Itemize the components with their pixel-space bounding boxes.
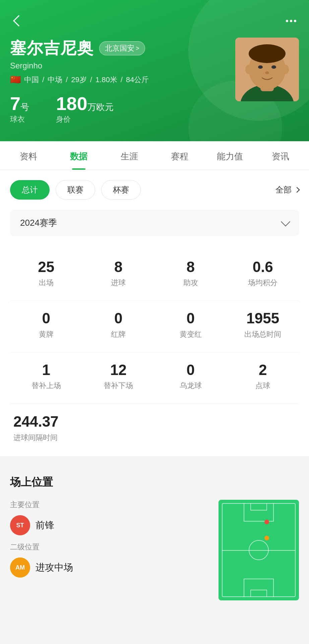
top-bar [10, 13, 299, 28]
flag-icon: 🇨🇳 [10, 74, 21, 85]
avatar-face [235, 38, 299, 101]
field-bottom-goal-box [250, 590, 267, 597]
back-button[interactable] [10, 13, 25, 28]
filter-all-button[interactable]: 全部 [275, 184, 299, 195]
position-section: 场上位置 主要位置 ST 前锋 二级位置 AM 进攻中场 [0, 463, 309, 614]
value-unit: 万欧元 [87, 102, 114, 112]
meta-separator: / [90, 75, 92, 84]
stat-assists: 8 助攻 [154, 250, 227, 297]
player-meta: 🇨🇳 中国 / 中场 / 29岁 / 1.80米 / 84公斤 [10, 74, 235, 85]
svg-point-4 [249, 44, 286, 63]
jersey-label: 球衣 [10, 114, 29, 124]
stat-appearances: 25 出场 [10, 250, 82, 297]
chevron-right-icon [294, 187, 300, 193]
st-badge: ST [10, 515, 30, 535]
tabs-container: 资料 数据 生涯 赛程 能力值 资讯 [0, 141, 309, 170]
svg-point-8 [245, 65, 252, 74]
stat-goals: 8 进球 [82, 250, 155, 297]
stat-goal-interval: 244.37 进球间隔时间 [10, 404, 299, 446]
dot-icon [294, 20, 296, 22]
stat-red-cards: 0 红牌 [82, 301, 155, 348]
svg-point-6 [271, 65, 276, 69]
jersey-unit: 号 [20, 102, 29, 112]
stats-row-2: 0 黄牌 0 红牌 0 黄变红 1955 出场总时间 [10, 301, 299, 348]
stat-sub-on: 1 替补上场 [10, 353, 82, 400]
chevron-down-icon [281, 217, 290, 226]
value-label: 身价 [56, 114, 113, 124]
tab-ziliao[interactable]: 资料 [3, 141, 54, 170]
content-area: 总计 联赛 杯赛 全部 2024赛季 25 出场 8 进球 8 助攻 [0, 170, 309, 456]
svg-point-5 [258, 65, 263, 69]
field-center-circle [249, 540, 269, 560]
player-weight: 84公斤 [126, 75, 149, 85]
value-stat: 180万欧元 身价 [56, 94, 113, 124]
tab-saicheng[interactable]: 赛程 [154, 141, 205, 170]
position-dot-primary [264, 520, 269, 524]
team-badge-arrow-icon: > [136, 45, 139, 52]
filter-zongji[interactable]: 总计 [10, 180, 50, 200]
tab-shengya[interactable]: 生涯 [104, 141, 154, 170]
meta-separator: / [121, 75, 123, 84]
player-latin-name: Serginho [10, 61, 235, 70]
player-info: 塞尔吉尼奥 北京国安 > Serginho 🇨🇳 中国 / 中场 / 29岁 /… [10, 38, 299, 124]
primary-position-label: 主要位置 [10, 500, 212, 510]
tab-shuju[interactable]: 数据 [54, 141, 104, 170]
position-left: 主要位置 ST 前锋 二级位置 AM 进攻中场 [10, 500, 212, 600]
secondary-position-label: 二级位置 [10, 542, 212, 552]
stat-yellow-cards: 0 黄牌 [10, 301, 82, 348]
tab-nenglizhi[interactable]: 能力值 [205, 141, 255, 170]
more-button[interactable] [283, 17, 299, 25]
filter-liansai[interactable]: 联赛 [56, 180, 95, 200]
player-left-info: 塞尔吉尼奥 北京国安 > Serginho 🇨🇳 中国 / 中场 / 29岁 /… [10, 38, 235, 124]
filter-row: 总计 联赛 杯赛 全部 [10, 180, 299, 200]
stat-yellow-to-red: 0 黄变红 [154, 301, 227, 348]
filter-beisai[interactable]: 杯赛 [101, 180, 141, 200]
primary-position-name: 前锋 [36, 519, 54, 532]
player-height: 1.80米 [96, 75, 117, 85]
tab-zixun[interactable]: 资讯 [255, 141, 306, 170]
primary-position-item: ST 前锋 [10, 515, 212, 535]
team-badge-button[interactable]: 北京国安 > [99, 41, 145, 55]
position-dot-secondary [264, 536, 269, 540]
player-avatar [235, 38, 299, 101]
stat-penalties: 2 点球 [227, 353, 299, 400]
team-name: 北京国安 [105, 43, 134, 53]
player-age: 29岁 [71, 75, 86, 85]
back-arrow-icon [13, 15, 24, 26]
secondary-position-name: 进攻中场 [36, 561, 73, 574]
dot-icon [290, 20, 292, 22]
tabs: 资料 数据 生涯 赛程 能力值 资讯 [0, 141, 309, 170]
player-name-row: 塞尔吉尼奥 北京国安 > [10, 38, 235, 59]
stats-row-3: 1 替补上场 12 替补下场 0 乌龙球 2 点球 [10, 353, 299, 400]
stat-own-goals: 0 乌龙球 [154, 353, 227, 400]
position-content: 主要位置 ST 前锋 二级位置 AM 进攻中场 [10, 500, 299, 600]
jersey-stat: 7号 球衣 [10, 94, 29, 124]
jersey-number: 7号 [10, 94, 29, 113]
stat-sub-off: 12 替补下场 [82, 353, 155, 400]
am-badge: AM [10, 557, 30, 578]
meta-separator: / [66, 75, 68, 84]
position-section-title: 场上位置 [10, 475, 299, 490]
stat-avg-score: 0.6 场均积分 [227, 250, 299, 297]
meta-separator: / [42, 75, 44, 84]
hero-section: 塞尔吉尼奥 北京国安 > Serginho 🇨🇳 中国 / 中场 / 29岁 /… [0, 0, 309, 141]
secondary-position-item: AM 进攻中场 [10, 557, 212, 578]
field-top-goal-box [250, 503, 267, 511]
stats-row-1: 25 出场 8 进球 8 助攻 0.6 场均积分 [10, 250, 299, 297]
season-selector[interactable]: 2024赛季 [10, 210, 299, 236]
player-position: 中场 [48, 75, 62, 85]
svg-point-7 [265, 71, 269, 74]
player-value: 180万欧元 [56, 94, 113, 113]
player-country: 中国 [24, 75, 39, 85]
stat-total-time: 1955 出场总时间 [227, 301, 299, 348]
season-text: 2024赛季 [20, 217, 57, 229]
player-name: 塞尔吉尼奥 [10, 38, 94, 59]
field-diagram [219, 500, 299, 600]
svg-point-9 [282, 65, 289, 74]
player-stats-row: 7号 球衣 180万欧元 身价 [10, 94, 235, 124]
dot-icon [286, 20, 288, 22]
